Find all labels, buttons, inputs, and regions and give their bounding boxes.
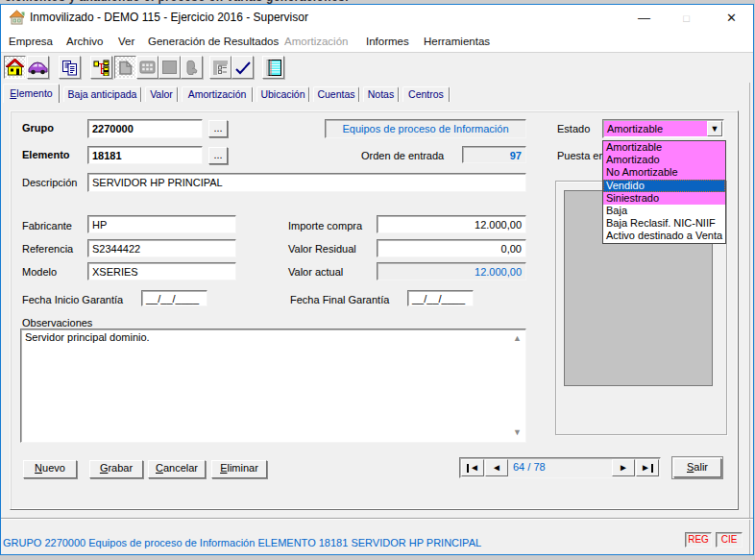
tab-valor[interactable]: Valor	[145, 86, 178, 102]
modelo-label: Modelo	[22, 266, 57, 278]
estado-option-vendido[interactable]: Vendido	[603, 180, 725, 192]
cancelar-button[interactable]: Cancelar	[148, 460, 206, 478]
status-text: GRUPO 2270000 Equipos de proceso de Info…	[3, 537, 481, 548]
estado-option-activo-destinado[interactable]: Activo destinado a Venta	[603, 230, 725, 242]
window-title: Inmovilizado - DEMO 115 - Ejercicio 2016…	[30, 11, 308, 24]
toolbar-square-button[interactable]	[158, 56, 181, 79]
grid-icon	[139, 60, 156, 75]
nuevo-button-label: Nuevo	[35, 461, 65, 475]
tab-centros[interactable]: Centros	[402, 86, 450, 102]
salir-button-label: Salir	[687, 459, 708, 475]
elemento-browse-button[interactable]: ...	[208, 147, 228, 164]
maximize-button[interactable]: □	[665, 5, 708, 32]
last-record-icon	[651, 464, 653, 473]
nav-prev-button[interactable]: ◄	[485, 459, 508, 476]
menu-archivo[interactable]: Archivo	[66, 36, 103, 47]
elemento-label: Elemento	[22, 149, 70, 160]
observaciones-textarea[interactable]: Servidor principal dominio. ▲ ▼	[20, 329, 526, 443]
nav-next-button[interactable]: ►	[612, 459, 635, 476]
menu-bar: Empresa Archivo Ver Generación de Result…	[1, 32, 753, 53]
tab-ubicacion-label: Ubicación	[260, 88, 304, 100]
grupo-input[interactable]: 2270000	[87, 119, 203, 138]
grupo-browse-button[interactable]: ...	[208, 120, 228, 137]
estado-option-baja[interactable]: Baja	[603, 205, 725, 217]
menu-informes[interactable]: Informes	[366, 36, 409, 47]
notebook-icon	[266, 60, 281, 76]
status-divider	[1, 518, 753, 520]
salir-button[interactable]: Salir	[673, 458, 721, 477]
importe-compra-input[interactable]: 12.000,00	[377, 215, 526, 233]
estado-option-amortizable[interactable]: Amortizable	[603, 141, 725, 154]
tab-cuentas-label: Cuentas	[317, 88, 354, 100]
estado-value: Amortizable	[604, 121, 707, 136]
fecha-inicio-garantia-label: Fecha Inicio Garantía	[22, 294, 123, 305]
nav-first-button[interactable]: ◄	[461, 459, 484, 476]
nuevo-button[interactable]: Nuevo	[23, 460, 77, 478]
referencia-label: Referencia	[22, 243, 73, 255]
toolbar	[1, 54, 753, 83]
scroll-up-icon[interactable]: ▲	[513, 334, 522, 343]
toolbar-validate-button[interactable]	[231, 56, 254, 79]
record-navigator: ◄ ◄ 64 / 78 ► ►	[459, 457, 661, 478]
scroll-down-icon[interactable]: ▼	[513, 428, 522, 437]
descripcion-input[interactable]: SERVIDOR HP PRINCIPAL	[87, 173, 526, 192]
grupo-label: Grupo	[22, 122, 54, 134]
tab-amortizacion[interactable]: Amortización	[182, 86, 253, 102]
fabricante-input[interactable]: HP	[87, 215, 236, 233]
maximize-icon: □	[683, 12, 690, 24]
estado-combobox[interactable]: Amortizable ▼	[602, 119, 724, 138]
menu-ver[interactable]: Ver	[118, 36, 134, 47]
valor-actual-input: 12.000,00	[377, 262, 526, 280]
elemento-input[interactable]: 18181	[87, 146, 203, 164]
toolbar-notebook-button[interactable]	[262, 56, 284, 79]
properties-list-icon	[212, 60, 229, 76]
minimize-button[interactable]: —	[622, 5, 666, 32]
tab-notas-label: Notas	[368, 88, 394, 100]
nav-last-button[interactable]: ►	[636, 459, 659, 476]
estado-option-amortizado[interactable]: Amortizado	[603, 154, 725, 166]
toolbar-grid-button[interactable]	[136, 56, 158, 79]
tab-elemento[interactable]: Elemento	[3, 84, 60, 103]
menu-amortizacion: Amortización	[284, 36, 348, 47]
tab-baja-anticipada[interactable]: Baja anticipada	[63, 86, 141, 102]
fecha-final-garantia-input[interactable]: __/__/____	[407, 290, 474, 306]
status-indicator-cie: CIE	[716, 532, 743, 548]
toolbar-copy-button[interactable]	[59, 56, 81, 79]
tab-cuentas[interactable]: Cuentas	[313, 86, 359, 102]
next-record-icon: ►	[619, 463, 628, 473]
prev-record-icon: ◄	[492, 463, 501, 473]
eliminar-button[interactable]: Eliminar	[211, 460, 267, 478]
modelo-input[interactable]: XSERIES	[87, 262, 236, 280]
org-tree-icon	[93, 60, 110, 76]
menu-generacion-de-resultados[interactable]: Generación de Resultados	[148, 36, 279, 47]
fabricante-label: Fabricante	[22, 220, 72, 231]
tab-baja-anticipada-label: Baja anticipada	[68, 88, 137, 100]
grupo-info-box: Equipos de proceso de Información	[325, 119, 526, 138]
menu-empresa[interactable]: Empresa	[9, 36, 53, 47]
copy-icon	[61, 60, 78, 76]
descripcion-label: Descripción	[22, 177, 77, 188]
tab-notas[interactable]: Notas	[363, 86, 399, 102]
chevron-down-icon: ▼	[711, 124, 719, 134]
tab-ubicacion[interactable]: Ubicación	[256, 86, 309, 102]
toolbar-home-button[interactable]	[4, 56, 26, 79]
app-house-icon	[9, 10, 25, 25]
close-button[interactable]: ✕	[710, 5, 753, 32]
toolbar-vehicles-button[interactable]	[27, 56, 49, 79]
estado-option-no-amortizable[interactable]: No Amortizable	[603, 166, 725, 179]
fecha-inicio-garantia-input[interactable]: __/__/____	[141, 290, 207, 306]
car-icon	[28, 61, 48, 75]
toolbar-tree-button[interactable]	[90, 56, 112, 79]
toolbar-document-button[interactable]	[114, 56, 136, 79]
valor-residual-input[interactable]: 0,00	[377, 239, 526, 257]
estado-dropdown-button[interactable]: ▼	[707, 121, 722, 136]
menu-herramientas[interactable]: Herramientas	[424, 36, 490, 47]
referencia-input[interactable]: S2344422	[87, 239, 236, 257]
tab-elemento-label: Elemento	[10, 85, 52, 102]
grabar-button[interactable]: Grabar	[89, 460, 143, 478]
estado-option-siniestrado[interactable]: Siniestrado	[603, 192, 725, 205]
estado-option-baja-reclasif[interactable]: Baja Reclasif. NIC-NIIF	[603, 217, 725, 230]
eliminar-button-label: Eliminar	[220, 461, 258, 475]
toolbar-hand-button[interactable]	[181, 56, 203, 79]
toolbar-properties-button[interactable]	[209, 56, 231, 79]
